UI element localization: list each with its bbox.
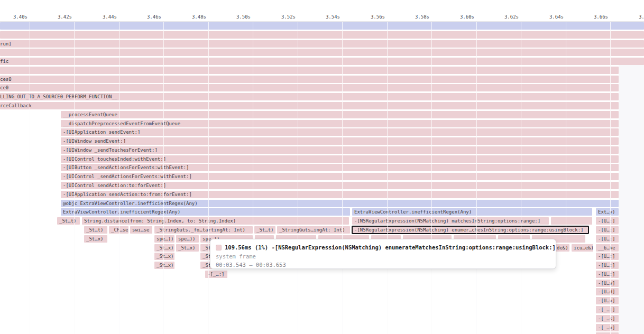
- axis-tick-label: 3.48s: [174, 14, 206, 20]
- flame-bar[interactable]: [551, 217, 592, 225]
- axis-tick-label: 3.44s: [85, 14, 117, 20]
- flame-bar[interactable]: _St…x): [154, 262, 174, 269]
- axis-tick-label: 3.64s: [532, 14, 564, 20]
- flame-bar[interactable]: @objc ExtraViewController.inefficientReg…: [61, 200, 619, 207]
- flame-bar[interactable]: -[U…:]: [596, 217, 619, 225]
- gridline: [342, 22, 343, 334]
- flame-bar[interactable]: [0, 67, 619, 74]
- gridline: [208, 22, 209, 334]
- flame-bar[interactable]: Ext…y): [596, 208, 619, 216]
- flame-bar[interactable]: -[UIControl touchesEnded:withEvent:]: [61, 155, 619, 163]
- gridline: [30, 22, 30, 334]
- axis-tick-label: 3.54s: [308, 14, 340, 20]
- flame-bar-selected[interactable]: -[NSRegularExpression(NSMatching) enumer…: [352, 226, 588, 234]
- tooltip-time-range: 00:03.543 — 00:03.653: [216, 262, 550, 268]
- flame-bar[interactable]: -[U…:]: [596, 235, 619, 243]
- flame-bar[interactable]: _StringGuts…ingAt: Int): [277, 226, 350, 234]
- axis-tick-label: 3.42s: [40, 14, 72, 20]
- gridline: [476, 22, 477, 334]
- flame-bar[interactable]: -[U…d]: [596, 288, 619, 295]
- flame-bar[interactable]: -[U…v]: [596, 297, 619, 304]
- flame-bar[interactable]: LLING_OUT_TO_A_SOURCE0_PERFORM_FUNCTION_…: [0, 93, 619, 100]
- axis-tick-label: 3.62s: [487, 14, 519, 20]
- flame-bar[interactable]: ce0: [0, 84, 619, 91]
- flame-bar[interactable]: -[_…:]: [596, 306, 619, 313]
- axis-tick-label: 3.46s: [130, 14, 161, 20]
- gridline: [610, 22, 611, 334]
- ruler-separator: [0, 21, 644, 22]
- flame-bar[interactable]: -[UIControl sendAction:to:forEvent:]: [61, 182, 619, 189]
- flame-bar[interactable]: -[UIApplication sendEvent:]: [61, 128, 619, 136]
- flame-bar[interactable]: -[U…:]: [596, 253, 619, 260]
- flame-bar[interactable]: -[UIApplication sendAction:to:from:forEv…: [61, 191, 619, 198]
- flame-bar[interactable]: String.distance(from: String.Index, to: …: [82, 217, 349, 225]
- flame-bar[interactable]: spe…)): [176, 235, 199, 243]
- flame-bar[interactable]: spe…)): [154, 235, 174, 243]
- flame-bar[interactable]: _StringGuts._fo…tartingAt: Int): [154, 226, 253, 234]
- axis-tick-label: 3.66s: [576, 14, 608, 20]
- flame-bar[interactable]: ExtraViewController.inefficientRegex(Any…: [61, 208, 350, 216]
- axis-tick-label: 3.50s: [219, 14, 251, 20]
- flame-graph-view: run]ficces0ce0LLING_OUT_TO_A_SOURCE0_PER…: [0, 0, 644, 334]
- flame-bar[interactable]: -[U…:]: [596, 226, 619, 234]
- flame-bar[interactable]: [0, 22, 644, 30]
- flame-bar[interactable]: swi…se: [130, 226, 152, 234]
- flame-bar[interactable]: ces0: [0, 76, 619, 83]
- flame-bar[interactable]: -[U…:]: [596, 262, 619, 269]
- flame-bar[interactable]: _St…t): [254, 226, 275, 234]
- flame-bar[interactable]: __processEventQueue: [61, 111, 619, 118]
- hover-tooltip: 109.56ms (1%) -[NSRegularExpression(NSMa…: [210, 239, 556, 269]
- gridline: [119, 22, 119, 334]
- flame-bar[interactable]: -[NSRegularExpression(NSMatching) matche…: [352, 217, 549, 225]
- flame-bar[interactable]: -[UIControl _sendActionsForEvents:withEv…: [61, 173, 619, 180]
- flame-bar[interactable]: de&): [555, 244, 569, 252]
- flame-bar[interactable]: _St…x): [154, 244, 174, 252]
- flame-bar[interactable]: -[UIWindow _sendTouchesForEvent:]: [61, 146, 619, 154]
- gridline: [566, 22, 566, 334]
- axis-tick-label: 3.56s: [353, 14, 385, 20]
- flame-bar[interactable]: fic: [0, 58, 644, 65]
- flame-bar[interactable]: -[U…:]: [596, 271, 619, 278]
- tooltip-subtitle: system frame: [216, 253, 550, 259]
- axis-tick-label: 3.58s: [398, 14, 429, 20]
- flame-bar[interactable]: -[_…v]: [596, 324, 619, 331]
- flame-bar[interactable]: _St…t): [57, 217, 80, 225]
- flame-bar[interactable]: rceCallback: [0, 102, 619, 109]
- tooltip-color-swatch: [216, 245, 222, 251]
- flame-bar[interactable]: -[U…v]: [596, 280, 619, 287]
- flame-bar[interactable]: [0, 49, 644, 56]
- track-background: [619, 63, 644, 334]
- gridline: [74, 22, 75, 334]
- flame-bar[interactable]: icu…e&): [572, 244, 593, 252]
- axis-tick-label: 3.52s: [264, 14, 296, 20]
- flame-bar[interactable]: -[_…s]: [596, 315, 619, 322]
- gridline: [521, 22, 521, 334]
- gridline: [431, 22, 432, 334]
- gridline: [163, 22, 164, 334]
- flame-bar[interactable]: run]: [0, 40, 644, 48]
- gridline: [387, 22, 388, 334]
- flame-bar[interactable]: -[UIWindow sendEvent:]: [61, 137, 619, 145]
- gridline: [298, 22, 298, 334]
- tooltip-title: 109.56ms (1%) -[NSRegularExpression(NSMa…: [225, 244, 556, 251]
- flame-bar[interactable]: _St…x): [176, 244, 199, 252]
- flame-bar[interactable]: __6…ke: [596, 244, 619, 252]
- time-ruler[interactable]: 3.40s3.42s3.44s3.46s3.48s3.50s3.52s3.54s…: [0, 0, 644, 21]
- flame-bar[interactable]: -[UIButton _sendActionsForEvents:withEve…: [61, 164, 619, 171]
- axis-tick-label: 3.40s: [0, 14, 27, 20]
- flame-bar[interactable]: __dispatchPreprocessedEventFromEventQueu…: [61, 120, 619, 127]
- flame-bar[interactable]: _St…t): [84, 226, 107, 234]
- flame-bar[interactable]: [0, 31, 644, 39]
- gridline: [253, 22, 253, 334]
- axis-tick-label: 3.60s: [443, 14, 474, 20]
- flame-bar[interactable]: ExtraViewController.inefficientRegex(Any…: [352, 208, 592, 216]
- axis-tick-label: 3.68s: [621, 14, 644, 20]
- flame-bar[interactable]: _St…x): [84, 235, 107, 243]
- flame-bar[interactable]: _St…x): [154, 253, 174, 260]
